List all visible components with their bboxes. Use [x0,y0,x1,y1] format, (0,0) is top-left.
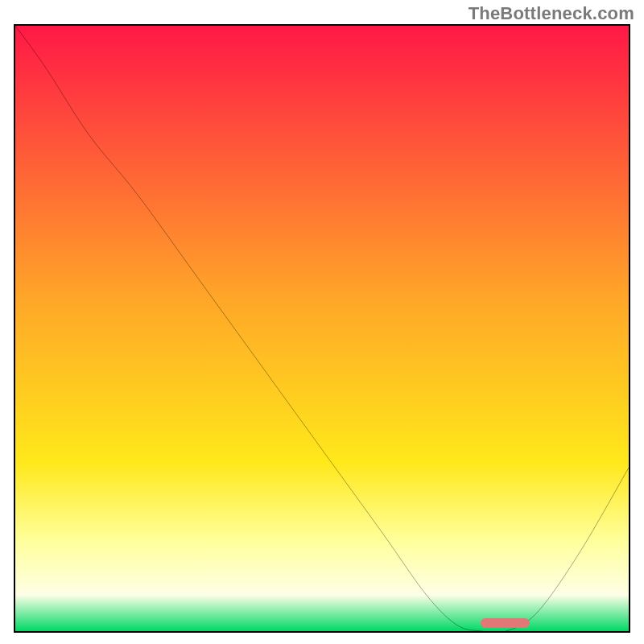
optimal-marker [481,618,530,628]
chart-frame: TheBottleneck.com [0,0,644,644]
svg-rect-0 [15,26,629,631]
gradient-background [15,26,629,631]
watermark-label: TheBottleneck.com [469,3,634,24]
plot-area [14,24,630,633]
